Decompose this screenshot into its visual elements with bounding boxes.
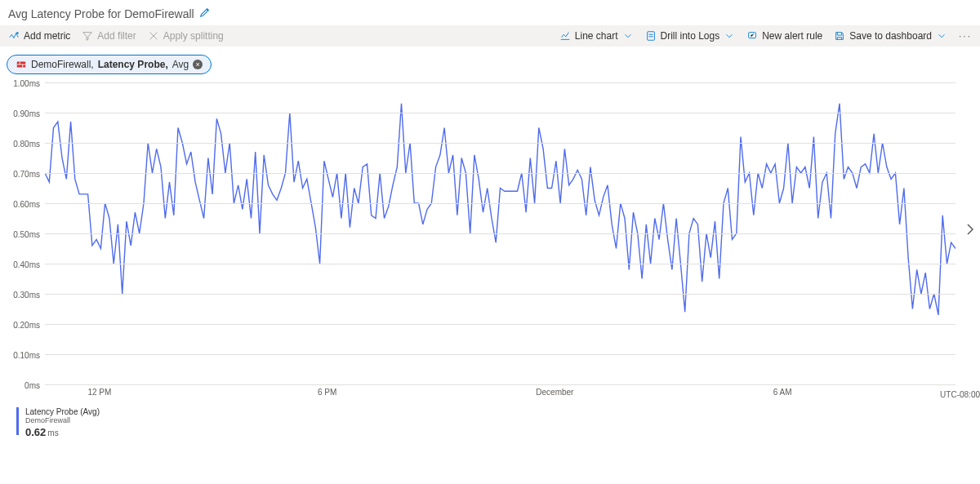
y-tick-label: 0.70ms xyxy=(13,170,40,179)
svg-point-0 xyxy=(16,32,19,34)
firewall-icon xyxy=(16,59,27,70)
legend: Latency Probe (Avg) DemoFirewall 0.62ms xyxy=(16,407,980,438)
add-metric-button[interactable]: Add metric xyxy=(8,30,70,42)
gridline: 0.60ms xyxy=(45,203,956,204)
y-tick-label: 0.30ms xyxy=(13,291,40,300)
split-icon xyxy=(148,30,159,42)
legend-unit: ms xyxy=(47,428,58,437)
chip-metric: Latency Probe, xyxy=(98,59,168,70)
metric-chip[interactable]: DemoFirewall, Latency Probe, Avg × xyxy=(7,55,212,74)
y-tick-label: 1.00ms xyxy=(13,79,40,88)
y-tick-label: 0.40ms xyxy=(13,260,40,269)
y-tick-label: 0.80ms xyxy=(13,140,40,149)
save-icon xyxy=(834,30,845,42)
legend-value: 0.62 xyxy=(25,426,46,438)
drill-logs-button[interactable]: Drill into Logs xyxy=(645,30,736,42)
legend-series-name: Latency Probe (Avg) xyxy=(25,407,100,416)
y-tick-label: 0.50ms xyxy=(13,230,40,239)
drill-logs-label: Drill into Logs xyxy=(661,30,720,42)
y-tick-label: 0.90ms xyxy=(13,109,40,118)
chart-type-button[interactable]: Line chart xyxy=(559,30,634,42)
alert-icon xyxy=(746,30,758,42)
toolbar: Add metric Add filter Apply splitting Li… xyxy=(0,25,980,47)
page-title: Avg Latency Probe for DemoFirewall xyxy=(8,7,194,20)
gridline: 1.00ms xyxy=(45,82,956,83)
new-alert-button[interactable]: New alert rule xyxy=(746,30,822,42)
apply-splitting-button: Apply splitting xyxy=(148,30,224,42)
apply-splitting-label: Apply splitting xyxy=(163,30,224,42)
svg-rect-1 xyxy=(647,32,654,41)
chevron-down-icon xyxy=(622,30,634,42)
gridline: 0.80ms xyxy=(45,143,956,144)
add-filter-label: Add filter xyxy=(97,30,136,42)
y-tick-label: 0.10ms xyxy=(13,351,40,360)
legend-color-bar xyxy=(16,407,19,435)
add-filter-button: Add filter xyxy=(82,30,136,42)
close-icon[interactable]: × xyxy=(193,60,203,69)
gridline: 0.10ms xyxy=(45,354,956,355)
gridline: 0.20ms xyxy=(45,324,956,325)
y-tick-label: 0.60ms xyxy=(13,200,40,209)
chart-type-label: Line chart xyxy=(575,30,618,42)
scroll-next-button[interactable] xyxy=(965,221,975,240)
add-metric-label: Add metric xyxy=(24,30,70,42)
chevron-down-icon xyxy=(936,30,947,42)
add-metric-icon xyxy=(8,30,20,42)
x-tick-label: 12 PM xyxy=(87,388,111,397)
legend-resource: DemoFirewall xyxy=(25,416,100,424)
gridline: 0.50ms xyxy=(45,233,956,234)
x-tick-label: December xyxy=(536,388,573,397)
save-dashboard-button[interactable]: Save to dashboard xyxy=(834,30,947,42)
timezone-label: UTC-08:00 xyxy=(940,390,980,399)
gridline: 0.30ms xyxy=(45,294,956,295)
gridline: 0.70ms xyxy=(45,173,956,174)
more-button[interactable]: ··· xyxy=(959,30,972,42)
chip-resource: DemoFirewall, xyxy=(31,59,94,70)
filter-icon xyxy=(82,30,93,42)
chip-agg: Avg xyxy=(172,59,189,70)
y-tick-label: 0ms xyxy=(24,381,40,390)
edit-icon[interactable] xyxy=(199,7,211,20)
logs-icon xyxy=(645,30,657,42)
save-dashboard-label: Save to dashboard xyxy=(849,30,932,42)
chevron-down-icon xyxy=(724,30,735,42)
x-tick-label: 6 AM xyxy=(773,388,792,397)
new-alert-label: New alert rule xyxy=(762,30,822,42)
x-tick-label: 6 PM xyxy=(318,388,336,397)
x-axis: 12 PM6 PMDecember6 AM xyxy=(45,384,956,397)
gridline: 0.90ms xyxy=(45,113,956,113)
y-tick-label: 0.20ms xyxy=(13,321,40,330)
gridline: 0.40ms xyxy=(45,264,956,264)
chart-plot-area: 0ms0.10ms0.20ms0.30ms0.40ms0.50ms0.60ms0… xyxy=(45,82,956,384)
line-chart-icon xyxy=(559,30,571,42)
